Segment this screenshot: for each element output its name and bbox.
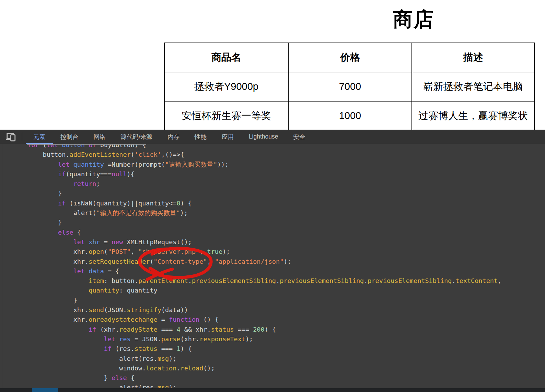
code-line: if (xhr.readyState === 4 && xhr.status =… <box>27 325 545 334</box>
tab-security[interactable]: 安全 <box>286 130 313 144</box>
tab-lighthouse[interactable]: Lighthouse <box>241 130 286 144</box>
code-line: let quantity =Number(prompt("请输入购买数量")); <box>27 160 545 169</box>
tab-console[interactable]: 控制台 <box>53 130 86 144</box>
clipped-line-overlay <box>27 144 146 145</box>
code-line: alert("输入的不是有效的购买数量"); <box>27 208 545 218</box>
code-line: if (isNaN(quantity)||quantity<=0) { <box>27 199 545 208</box>
toolbar-divider <box>22 132 22 141</box>
table-cell: 崭新拯救者笔记本电脑 <box>412 72 534 101</box>
code-line: item: button.parentElement.previousEleme… <box>27 276 545 286</box>
table-header-row: 商品名价格描述 <box>164 43 534 72</box>
code-line: if (res.status === 1) { <box>27 344 545 354</box>
code-line: } else { <box>27 373 545 383</box>
code-line: return; <box>27 179 545 189</box>
code-line: xhr.setRequestHeader("Content-type", "ap… <box>27 257 545 266</box>
table-row: 拯救者Y9000p7000崭新拯救者笔记本电脑 <box>164 72 534 101</box>
table-cell: 1000 <box>288 101 412 130</box>
devtools-panel: 元素控制台网络源代码/来源内存性能应用Lighthouse安全 for (let… <box>0 130 545 392</box>
code-line: if(quantity===null){ <box>27 169 545 179</box>
code-line: xhr.onreadystatechange = function () { <box>27 315 545 324</box>
devtools-toolbar: 元素控制台网络源代码/来源内存性能应用Lighthouse安全 <box>0 130 545 144</box>
code-line: alert(res.msg); <box>27 354 545 364</box>
tab-network[interactable]: 网络 <box>86 130 113 144</box>
code-line: else { <box>27 228 545 237</box>
code-content: for (let button of buyButton) { button.a… <box>0 144 545 392</box>
source-code-viewer[interactable]: for (let button of buyButton) { button.a… <box>0 144 545 392</box>
table-cell: 安恒杯新生赛一等奖 <box>164 101 288 130</box>
table-cell: 过赛博人生，赢赛博奖状 <box>412 101 534 130</box>
code-line: } <box>27 296 545 305</box>
device-toolbar-icon <box>5 132 16 142</box>
table-cell: 拯救者Y9000p <box>164 72 288 101</box>
tab-sources[interactable]: 源代码/来源 <box>113 130 160 144</box>
table-header-cell: 价格 <box>288 43 412 72</box>
code-line: let xhr = new XMLHttpRequest(); <box>27 237 545 247</box>
code-line: let res = JSON.parse(xhr.responseText); <box>27 334 545 344</box>
code-line: xhr.send(JSON.stringify(data)) <box>27 305 545 315</box>
table-cell: 7000 <box>288 72 412 101</box>
page-title: 商店 <box>393 6 434 33</box>
scrollbar-thumb[interactable] <box>32 388 58 392</box>
devtools-tabs: 元素控制台网络源代码/来源内存性能应用Lighthouse安全 <box>26 130 313 144</box>
table-header-cell: 描述 <box>412 43 534 72</box>
toggle-device-toolbar-button[interactable] <box>0 130 22 144</box>
horizontal-scrollbar[interactable] <box>0 388 545 392</box>
code-line: quantity: quantity <box>27 286 545 295</box>
code-line: xhr.open("POST", "shopServer.php", true)… <box>27 247 545 257</box>
table-header-cell: 商品名 <box>164 43 288 72</box>
code-line: button.addEventListener('click',()=>{ <box>27 150 545 159</box>
tab-performance[interactable]: 性能 <box>187 130 214 144</box>
tab-application[interactable]: 应用 <box>214 130 241 144</box>
code-line: let data = { <box>27 266 545 276</box>
code-line: window.location.reload(); <box>27 364 545 373</box>
code-line: } <box>27 189 545 198</box>
tab-memory[interactable]: 内存 <box>160 130 187 144</box>
gutter-divider <box>3 144 3 388</box>
products-table: 商品名价格描述 拯救者Y9000p7000崭新拯救者笔记本电脑安恒杯新生赛一等奖… <box>164 43 535 131</box>
code-line: } <box>27 218 545 227</box>
tab-elements[interactable]: 元素 <box>26 130 53 144</box>
table-row: 安恒杯新生赛一等奖1000过赛博人生，赢赛博奖状 <box>164 101 534 130</box>
